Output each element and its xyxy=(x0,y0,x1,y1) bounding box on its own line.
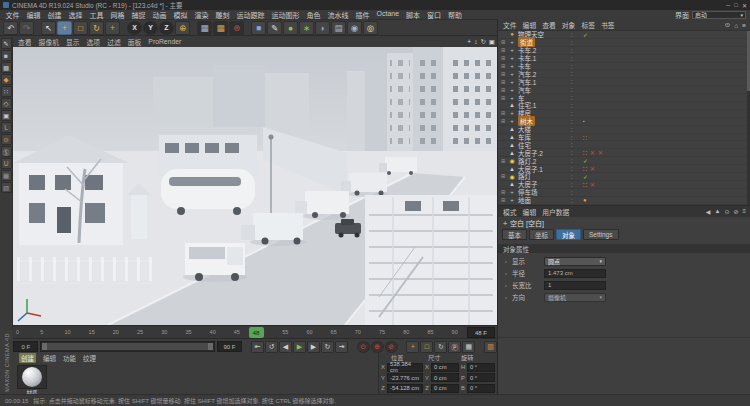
x-axis-lock-button[interactable]: X xyxy=(127,21,142,35)
viewport-scene[interactable] xyxy=(13,47,497,325)
visibility-dots-icon[interactable]: ∶ xyxy=(571,55,573,62)
object-manager-menu-item[interactable]: 标签 xyxy=(581,20,595,30)
visibility-dots-icon[interactable]: ∶ xyxy=(571,94,573,101)
tab-Settings[interactable]: Settings xyxy=(583,229,619,240)
viewport-menu-item[interactable]: 摄像机 xyxy=(39,37,59,47)
rotate-view-icon[interactable]: ↻ xyxy=(480,38,485,46)
attribute-menu-item[interactable]: 模式 xyxy=(503,207,517,217)
object-manager-menu-item[interactable]: 查看 xyxy=(542,20,556,30)
property-dropdown[interactable]: 圆点▾ xyxy=(544,257,606,266)
menubar-item[interactable]: 流水线 xyxy=(324,10,352,20)
visibility-dots-icon[interactable]: ∶ xyxy=(571,78,573,85)
menubar-item[interactable]: 工具 xyxy=(86,10,107,20)
x-tag-icon[interactable]: ✕ xyxy=(598,149,603,156)
visibility-dots-icon[interactable]: ∶ xyxy=(571,118,573,125)
menubar-item[interactable]: Octane xyxy=(373,10,403,20)
visibility-dots-icon[interactable]: ∶ xyxy=(571,141,573,148)
property-dropdown[interactable]: 摄像机▾ xyxy=(544,293,606,302)
material-menu-item[interactable]: 功能 xyxy=(63,353,76,363)
visibility-dots-icon[interactable]: ∶ xyxy=(571,47,573,54)
expand-icon[interactable]: ⊞ xyxy=(501,71,508,77)
visibility-dots-icon[interactable]: ∶ xyxy=(571,110,573,117)
menu-icon[interactable]: ≡ xyxy=(742,22,746,29)
goto-end-button[interactable]: ⇥ xyxy=(335,341,348,353)
viewport-menu-item[interactable]: 选项 xyxy=(87,37,101,47)
axis-mode-button[interactable]: L xyxy=(1,122,12,133)
expand-icon[interactable]: ⊞ xyxy=(501,173,508,179)
size-field[interactable]: 0 cm xyxy=(431,373,459,382)
current-frame-field[interactable]: 48 F xyxy=(467,327,495,338)
menubar-item[interactable]: 插件 xyxy=(352,10,373,20)
material-menu-item[interactable]: 纹理 xyxy=(83,353,96,363)
minimize-button[interactable]: ─ xyxy=(726,2,730,9)
menubar-item[interactable]: 创建 xyxy=(44,10,65,20)
range-bar[interactable] xyxy=(42,343,212,350)
size-field[interactable]: 0 cm xyxy=(431,363,459,372)
subdivision-surface-button[interactable]: ● xyxy=(283,21,298,35)
search-icon[interactable]: ⊙ xyxy=(725,21,730,29)
last-tool-button[interactable]: + xyxy=(105,21,120,35)
edge-mode-button[interactable]: ◇ xyxy=(1,98,12,109)
render-picture-viewer-button[interactable]: ▦ xyxy=(213,21,228,35)
spline-pen-button[interactable]: ✎ xyxy=(267,21,282,35)
object-row[interactable]: ⊞+卡车.1∶ xyxy=(498,55,750,63)
dots-tag-icon[interactable]: ∷ xyxy=(583,134,587,141)
texture-mode-button[interactable]: ▩ xyxy=(1,62,12,73)
visibility-dots-icon[interactable]: ∶ xyxy=(571,181,573,188)
snap-button[interactable]: Ⓢ xyxy=(1,146,12,157)
object-row[interactable]: ▲大楼∶ xyxy=(498,126,750,134)
visibility-dots-icon[interactable]: ∶ xyxy=(571,126,573,133)
rotation-field[interactable]: 0 ° xyxy=(467,373,495,382)
x-tag-icon[interactable]: ✕ xyxy=(590,165,595,172)
search-icon[interactable]: ⊙ xyxy=(724,208,729,215)
animation-dot-icon[interactable]: ∘ xyxy=(504,270,512,277)
object-manager-menu-item[interactable]: 文件 xyxy=(503,20,517,30)
visibility-dots-icon[interactable]: ∶ xyxy=(571,86,573,93)
goto-start-button[interactable]: ⇤ xyxy=(251,341,264,353)
up-icon[interactable]: ▲ xyxy=(714,208,720,214)
layout-dropdown[interactable]: 启动 ▾ xyxy=(692,11,746,19)
animation-dot-icon[interactable]: ∘ xyxy=(504,282,512,289)
tab-基本[interactable]: 基本 xyxy=(502,229,527,240)
menubar-item[interactable]: 雕刻 xyxy=(212,10,233,20)
object-manager-menu-item[interactable]: 书签 xyxy=(601,20,615,30)
close-button[interactable]: ✕ xyxy=(742,2,747,9)
visibility-dots-icon[interactable]: ∶ xyxy=(571,134,573,141)
object-row[interactable]: ⊞+汽车.1∶ xyxy=(498,78,750,86)
object-row[interactable]: ⊞+楼房∶ xyxy=(498,110,750,118)
key-scale-button[interactable]: □ xyxy=(420,341,433,353)
live-selection-button[interactable]: ↖ xyxy=(41,21,56,35)
menubar-item[interactable]: 脚本 xyxy=(403,10,424,20)
maximize-view-icon[interactable]: ▣ xyxy=(489,38,495,46)
visibility-dots-icon[interactable]: ∶ xyxy=(571,39,573,46)
keyframe-presets-button[interactable]: ▥ xyxy=(484,341,497,353)
menubar-item[interactable]: 文件 xyxy=(2,10,23,20)
autokeying-button[interactable]: ⊕ xyxy=(371,341,384,353)
menubar-item[interactable]: 网格 xyxy=(107,10,128,20)
object-row[interactable]: ⊞+停车场∶ xyxy=(498,189,750,197)
range-handle-left[interactable] xyxy=(42,343,47,350)
visibility-dots-icon[interactable]: ∶ xyxy=(571,157,573,164)
visibility-dots-icon[interactable]: ∶ xyxy=(571,197,573,204)
menu-icon[interactable]: ≡ xyxy=(742,208,746,214)
previous-frame-button[interactable]: ◀ xyxy=(279,341,292,353)
expand-icon[interactable]: ⊞ xyxy=(501,79,508,85)
record-keyframe-button[interactable]: ⊙ xyxy=(357,341,370,353)
preview-range-slider[interactable] xyxy=(40,341,214,352)
model-mode-button[interactable]: ■ xyxy=(1,50,12,61)
check-tag-icon[interactable]: ✓ xyxy=(583,173,588,180)
render-view-button[interactable]: ▦ xyxy=(197,21,212,35)
compositing-tag-icon[interactable]: ● xyxy=(583,197,587,203)
object-row[interactable]: ▲大房子.1∶∷✕ xyxy=(498,165,750,173)
material-menu-item[interactable]: 创建 xyxy=(19,353,36,363)
object-manager-menu-item[interactable]: 对象 xyxy=(562,20,576,30)
key-parameter-button[interactable]: Ⓟ xyxy=(448,341,461,353)
visibility-dots-icon[interactable]: ∶ xyxy=(571,63,573,70)
light-button[interactable]: ◎ xyxy=(363,21,378,35)
expand-icon[interactable]: ⊞ xyxy=(501,39,508,45)
visibility-dots-icon[interactable]: ∶ xyxy=(571,189,573,196)
object-row[interactable]: ▲住宅.1∶ xyxy=(498,102,750,110)
timeline-playhead[interactable]: 48 xyxy=(249,327,264,338)
timeline-ruler[interactable]: 051015202530354045505560657075808590 48 … xyxy=(13,325,497,339)
expand-icon[interactable]: ⊞ xyxy=(501,118,508,124)
